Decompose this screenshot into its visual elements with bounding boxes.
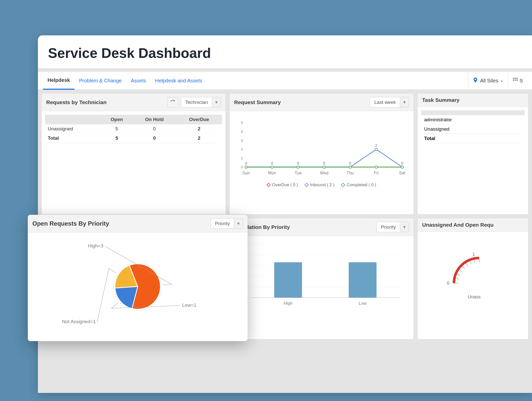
cell-label: Unassigned (421, 124, 525, 134)
svg-text:0: 0 (323, 161, 325, 165)
svg-line-65 (455, 278, 459, 279)
svg-point-30 (349, 166, 351, 168)
svg-point-29 (323, 166, 325, 168)
svg-text:0: 0 (447, 281, 449, 286)
svg-rect-5 (517, 80, 518, 81)
svg-text:High: High (284, 301, 293, 306)
tab-helpdesk[interactable]: Helpdesk (43, 72, 75, 90)
priority-pie-chart: High=3Low=1Not Assigned=1 (31, 236, 244, 332)
site-filter-dropdown[interactable]: All Sites (468, 73, 508, 88)
tab-problem-change[interactable]: Problem & Change (75, 72, 126, 89)
svg-text:0: 0 (245, 161, 247, 165)
tabbar: Helpdesk Problem & Change Assets Helpdes… (38, 72, 532, 90)
gauge-chart: 01Unass (431, 245, 528, 302)
grid-icon (513, 78, 518, 84)
card-title: Unassigned And Open Requ (422, 222, 494, 228)
tab-helpdesk-and-assets[interactable]: Helpdesk and Assets (151, 72, 207, 89)
tab-assets[interactable]: Assets (126, 72, 151, 89)
cell-label: administrator (421, 115, 525, 124)
svg-text:0: 0 (297, 161, 299, 165)
cell-label: Unassigned (45, 124, 101, 134)
dropdown-label: Priority (211, 219, 234, 228)
chevron-down-icon: ▾ (400, 97, 409, 107)
subheader-strip (38, 68, 532, 72)
svg-text:0: 0 (271, 161, 273, 165)
svg-point-27 (271, 166, 273, 168)
svg-text:Tue: Tue (295, 171, 302, 175)
cell-label: Total (421, 134, 525, 143)
chevron-down-icon (501, 78, 503, 84)
sla-bar-chart: 00.30.60.91.21.5HighLow (236, 242, 407, 308)
refresh-button[interactable] (167, 97, 178, 107)
svg-text:0: 0 (349, 161, 351, 165)
svg-text:4: 4 (241, 129, 243, 134)
svg-line-69 (466, 263, 468, 266)
svg-text:Wed: Wed (320, 171, 329, 175)
period-dropdown[interactable]: Last week ▾ (370, 97, 409, 107)
svg-rect-4 (515, 80, 516, 81)
svg-text:5: 5 (241, 121, 243, 125)
card-task-summary: Task Summary administrator Unassigned To… (417, 93, 528, 215)
table-header-row: Open On Hold OverDue (45, 115, 222, 124)
table-header-row (421, 110, 525, 115)
card-request-summary: Request Summary Last week ▾ 012345000002… (229, 93, 414, 215)
request-summary-chart: 0123450000020SunMonTueWedThuFriSat (236, 117, 407, 180)
cell-onhold: 0 (133, 124, 176, 134)
dropdown-label: Last week (370, 98, 400, 107)
refresh-icon (171, 100, 175, 104)
svg-line-67 (459, 270, 462, 272)
right-extra-label: S (520, 78, 523, 84)
table-row: Total 5 0 2 (45, 134, 222, 143)
right-extra-control[interactable]: S (509, 73, 527, 88)
svg-text:Low: Low (359, 301, 367, 306)
priority-dropdown[interactable]: Priority ▾ (211, 218, 243, 229)
table-row: Unassigned (421, 124, 525, 134)
svg-text:2: 2 (375, 143, 377, 148)
cell-overdue: 2 (176, 124, 222, 134)
table-row: administrator (421, 115, 525, 124)
card-requests-by-technician: Requests by Technician Technician ▾ (41, 93, 226, 215)
svg-text:Mon: Mon (268, 171, 276, 175)
svg-text:1: 1 (472, 252, 475, 257)
svg-text:High=3: High=3 (88, 243, 103, 248)
chart-legend: OverDue ( 0 ) Inbound ( 2 ) Completed ( … (233, 182, 410, 187)
table-row: Unassigned 5 0 2 (45, 124, 222, 134)
cell-onhold: 0 (133, 134, 176, 143)
svg-line-70 (470, 261, 471, 264)
chevron-down-icon: ▾ (234, 219, 243, 228)
svg-rect-2 (517, 78, 518, 79)
svg-text:Unass: Unass (468, 294, 480, 299)
dropdown-label: Priority (377, 222, 400, 232)
chevron-down-icon: ▾ (400, 222, 409, 232)
svg-rect-3 (513, 80, 514, 81)
card-title: Requests by Technician (46, 99, 107, 105)
svg-text:Sat: Sat (399, 171, 405, 175)
svg-text:3: 3 (241, 138, 243, 143)
svg-point-31 (375, 166, 377, 168)
svg-line-71 (474, 260, 475, 263)
svg-point-26 (245, 166, 247, 168)
technician-dropdown[interactable]: Technician ▾ (181, 97, 221, 107)
svg-text:Not Assigned=1: Not Assigned=1 (62, 319, 96, 324)
svg-line-66 (457, 274, 460, 275)
svg-point-24 (375, 148, 377, 150)
svg-text:Thu: Thu (347, 171, 354, 175)
cell-open: 5 (101, 134, 133, 143)
card-title: Request Summary (234, 99, 281, 105)
site-filter-label: All Sites (480, 78, 498, 84)
col-overdue: OverDue (176, 115, 222, 124)
technician-table: Open On Hold OverDue Unassigned 5 0 2 (45, 115, 222, 143)
dropdown-label: Technician (181, 98, 212, 107)
cell-open: 5 (101, 124, 133, 134)
card-sla-violation: A Violation By Priority Priority ▾ 00.30… (229, 218, 414, 339)
svg-point-28 (297, 166, 299, 168)
svg-text:1: 1 (241, 156, 243, 160)
card-unassigned-open: Unassigned And Open Requ 01Unass (417, 218, 528, 339)
svg-rect-1 (515, 78, 516, 79)
task-summary-table: administrator Unassigned Total (421, 110, 525, 143)
svg-point-32 (401, 166, 403, 168)
svg-text:2: 2 (241, 147, 243, 151)
col-open: Open (101, 115, 133, 124)
svg-rect-60 (274, 262, 302, 298)
priority-dropdown[interactable]: Priority ▾ (377, 222, 409, 232)
